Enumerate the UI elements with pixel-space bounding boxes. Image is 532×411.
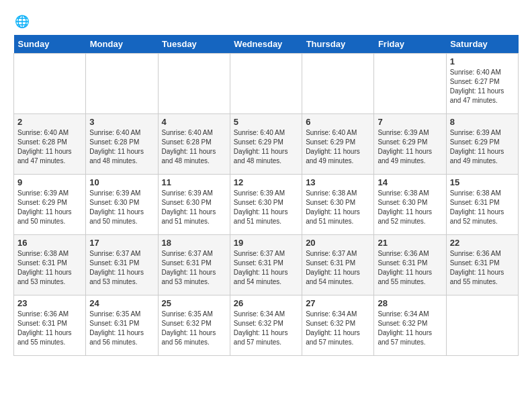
day-number: 23 [17,298,82,308]
day-info: Sunrise: 6:34 AM Sunset: 6:32 PM Dayligh… [378,310,442,347]
calendar-cell: 19Sunrise: 6:37 AM Sunset: 6:31 PM Dayli… [230,235,302,295]
day-number: 18 [162,238,226,248]
calendar-cell: 8Sunrise: 6:39 AM Sunset: 6:29 PM Daylig… [446,114,518,175]
day-info: Sunrise: 6:39 AM Sunset: 6:30 PM Dayligh… [234,189,298,226]
calendar-week-3: 9Sunrise: 6:39 AM Sunset: 6:29 PM Daylig… [14,175,519,235]
day-info: Sunrise: 6:38 AM Sunset: 6:30 PM Dayligh… [378,189,442,226]
day-info: Sunrise: 6:38 AM Sunset: 6:31 PM Dayligh… [450,189,515,226]
day-info: Sunrise: 6:37 AM Sunset: 6:31 PM Dayligh… [234,249,298,287]
calendar-cell: 3Sunrise: 6:40 AM Sunset: 6:28 PM Daylig… [86,114,158,175]
logo: 🌐 [13,13,32,30]
day-number: 5 [234,117,298,127]
header-thursday: Thursday [302,35,374,54]
calendar-cell [158,54,230,114]
day-info: Sunrise: 6:34 AM Sunset: 6:32 PM Dayligh… [234,310,298,347]
day-info: Sunrise: 6:38 AM Sunset: 6:31 PM Dayligh… [17,249,82,287]
calendar-cell: 15Sunrise: 6:38 AM Sunset: 6:31 PM Dayli… [446,175,518,235]
calendar-cell: 25Sunrise: 6:35 AM Sunset: 6:32 PM Dayli… [158,295,230,356]
calendar-week-4: 16Sunrise: 6:38 AM Sunset: 6:31 PM Dayli… [14,235,519,295]
header-friday: Friday [374,35,446,54]
day-number: 16 [17,238,82,248]
header-tuesday: Tuesday [158,35,230,54]
day-number: 4 [162,117,226,127]
calendar-cell: 2Sunrise: 6:40 AM Sunset: 6:28 PM Daylig… [14,114,86,175]
calendar-cell: 17Sunrise: 6:37 AM Sunset: 6:31 PM Dayli… [86,235,158,295]
day-info: Sunrise: 6:39 AM Sunset: 6:30 PM Dayligh… [89,189,154,226]
day-number: 8 [450,117,515,127]
calendar-cell: 24Sunrise: 6:35 AM Sunset: 6:31 PM Dayli… [86,295,158,356]
day-number: 13 [306,177,370,187]
header-wednesday: Wednesday [230,35,302,54]
day-info: Sunrise: 6:36 AM Sunset: 6:31 PM Dayligh… [17,310,82,347]
day-number: 7 [378,117,442,127]
day-info: Sunrise: 6:39 AM Sunset: 6:29 PM Dayligh… [378,128,442,166]
day-info: Sunrise: 6:40 AM Sunset: 6:29 PM Dayligh… [306,128,370,166]
day-number: 11 [162,177,226,187]
calendar-cell: 20Sunrise: 6:37 AM Sunset: 6:31 PM Dayli… [302,235,374,295]
day-info: Sunrise: 6:37 AM Sunset: 6:31 PM Dayligh… [162,249,226,287]
day-info: Sunrise: 6:36 AM Sunset: 6:31 PM Dayligh… [378,249,442,287]
day-info: Sunrise: 6:37 AM Sunset: 6:31 PM Dayligh… [89,249,154,287]
day-info: Sunrise: 6:40 AM Sunset: 6:28 PM Dayligh… [162,128,226,166]
day-info: Sunrise: 6:39 AM Sunset: 6:29 PM Dayligh… [17,189,82,226]
day-number: 10 [89,177,154,187]
day-number: 26 [234,298,298,308]
calendar-cell: 22Sunrise: 6:36 AM Sunset: 6:31 PM Dayli… [446,235,518,295]
calendar-cell: 13Sunrise: 6:38 AM Sunset: 6:30 PM Dayli… [302,175,374,235]
calendar-cell: 28Sunrise: 6:34 AM Sunset: 6:32 PM Dayli… [374,295,446,356]
calendar-cell [86,54,158,114]
calendar-week-1: 1Sunrise: 6:40 AM Sunset: 6:27 PM Daylig… [14,54,519,114]
calendar-cell: 23Sunrise: 6:36 AM Sunset: 6:31 PM Dayli… [14,295,86,356]
header-sunday: Sunday [14,35,86,54]
logo-icon: 🌐 [13,13,30,30]
calendar-table: SundayMondayTuesdayWednesdayThursdayFrid… [13,35,519,356]
day-info: Sunrise: 6:36 AM Sunset: 6:31 PM Dayligh… [450,249,515,287]
calendar-cell: 16Sunrise: 6:38 AM Sunset: 6:31 PM Dayli… [14,235,86,295]
header-saturday: Saturday [446,35,518,54]
calendar-cell: 11Sunrise: 6:39 AM Sunset: 6:30 PM Dayli… [158,175,230,235]
calendar-cell [14,54,86,114]
day-info: Sunrise: 6:39 AM Sunset: 6:30 PM Dayligh… [162,189,226,226]
day-info: Sunrise: 6:35 AM Sunset: 6:31 PM Dayligh… [89,310,154,347]
day-number: 19 [234,238,298,248]
day-number: 28 [378,298,442,308]
day-info: Sunrise: 6:37 AM Sunset: 6:31 PM Dayligh… [306,249,370,287]
calendar-cell [302,54,374,114]
calendar-cell: 4Sunrise: 6:40 AM Sunset: 6:28 PM Daylig… [158,114,230,175]
day-number: 20 [306,238,370,248]
calendar-cell: 6Sunrise: 6:40 AM Sunset: 6:29 PM Daylig… [302,114,374,175]
calendar-cell: 12Sunrise: 6:39 AM Sunset: 6:30 PM Dayli… [230,175,302,235]
calendar-cell [446,295,518,356]
calendar-cell: 9Sunrise: 6:39 AM Sunset: 6:29 PM Daylig… [14,175,86,235]
calendar-cell: 26Sunrise: 6:34 AM Sunset: 6:32 PM Dayli… [230,295,302,356]
calendar-cell: 18Sunrise: 6:37 AM Sunset: 6:31 PM Dayli… [158,235,230,295]
day-number: 24 [89,298,154,308]
calendar-cell: 7Sunrise: 6:39 AM Sunset: 6:29 PM Daylig… [374,114,446,175]
day-number: 25 [162,298,226,308]
calendar-cell: 27Sunrise: 6:34 AM Sunset: 6:32 PM Dayli… [302,295,374,356]
day-info: Sunrise: 6:40 AM Sunset: 6:29 PM Dayligh… [234,128,298,166]
header-monday: Monday [86,35,158,54]
day-info: Sunrise: 6:40 AM Sunset: 6:27 PM Dayligh… [450,68,515,105]
calendar-cell: 21Sunrise: 6:36 AM Sunset: 6:31 PM Dayli… [374,235,446,295]
calendar-cell [230,54,302,114]
calendar-cell: 5Sunrise: 6:40 AM Sunset: 6:29 PM Daylig… [230,114,302,175]
day-number: 27 [306,298,370,308]
calendar-week-2: 2Sunrise: 6:40 AM Sunset: 6:28 PM Daylig… [14,114,519,175]
svg-text:🌐: 🌐 [15,14,30,29]
day-number: 3 [89,117,154,127]
calendar-cell: 14Sunrise: 6:38 AM Sunset: 6:30 PM Dayli… [374,175,446,235]
calendar-header-row: SundayMondayTuesdayWednesdayThursdayFrid… [14,35,519,54]
day-info: Sunrise: 6:35 AM Sunset: 6:32 PM Dayligh… [162,310,226,347]
day-number: 15 [450,177,515,187]
day-number: 1 [450,56,515,66]
day-number: 9 [17,177,82,187]
day-info: Sunrise: 6:34 AM Sunset: 6:32 PM Dayligh… [306,310,370,347]
calendar-cell: 10Sunrise: 6:39 AM Sunset: 6:30 PM Dayli… [86,175,158,235]
day-number: 14 [378,177,442,187]
calendar-cell [374,54,446,114]
day-number: 22 [450,238,515,248]
day-info: Sunrise: 6:40 AM Sunset: 6:28 PM Dayligh… [89,128,154,166]
day-info: Sunrise: 6:40 AM Sunset: 6:28 PM Dayligh… [17,128,82,166]
day-number: 21 [378,238,442,248]
